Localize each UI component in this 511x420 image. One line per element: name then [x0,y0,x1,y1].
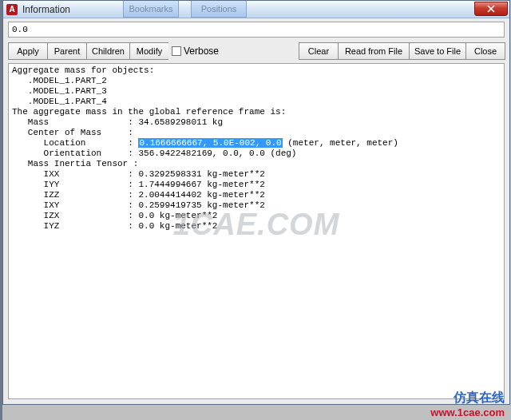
footer-brand-cn: 仿真在线 [430,390,505,406]
toolbar: Apply Parent Children Modify Verbose Cle… [3,39,509,63]
iyy-value: 1.7444994667 kg-meter**2 [138,180,264,189]
ixy-value: 0.2599419735 kg-meter**2 [138,200,264,210]
line-obj1: .MODEL_1.PART_2 [12,76,107,85]
info-textarea[interactable]: Aggregate mass for objects: .MODEL_1.PAR… [8,63,505,399]
line-obj2: .MODEL_1.PART_3 [12,86,107,96]
izx-label: IZX : [12,211,138,220]
background-tab-2[interactable]: Positions [191,1,247,18]
app-icon: A [6,4,18,15]
ixx-label: IXX : [12,169,138,179]
titlebar[interactable]: A Information Bookmarks Positions [3,1,509,18]
modify-button[interactable]: Modify [129,42,169,60]
toolbar-spacer [224,42,299,60]
verbose-toggle[interactable]: Verbose [168,42,224,60]
close-icon [487,5,495,13]
iyy-label: IYY : [12,180,138,189]
location-label: Location : [12,138,138,148]
line-frame-header: The aggregate mass in the global referen… [12,107,286,117]
ixx-value: 0.3292598331 kg-meter**2 [138,169,264,179]
verbose-checkbox[interactable] [172,46,181,56]
apply-button[interactable]: Apply [8,42,48,60]
command-input-row [3,18,509,39]
parent-button[interactable]: Parent [47,42,87,60]
location-unit: (meter, meter, meter) [283,138,398,148]
mass-value: 34.6589298011 kg [138,117,223,127]
clear-button[interactable]: Clear [299,42,339,60]
mass-inertia-tensor-label: Mass Inertia Tensor : [12,159,138,168]
location-value-selected: 0.1666666667, 5.0E-002, 0.0 [138,138,282,148]
background-tab-1[interactable]: Bookmarks [123,1,179,18]
izx-value: 0.0 kg-meter**2 [138,211,217,220]
line-objects-header: Aggregate mass for objects: [12,65,154,75]
verbose-label: Verbose [184,46,219,57]
command-input[interactable] [8,22,505,38]
iyz-value: 0.0 kg-meter**2 [138,221,217,231]
iyz-label: IYZ : [12,221,138,231]
read-from-file-button[interactable]: Read from File [338,42,410,60]
orientation-label: Orientation : [12,149,138,158]
children-button[interactable]: Children [86,42,130,60]
window-title: Information [22,4,70,15]
line-obj3: .MODEL_1.PART_4 [12,97,107,106]
information-window: A Information Bookmarks Positions Apply … [2,0,510,405]
save-to-file-button[interactable]: Save to File [409,42,466,60]
izz-value: 2.0044414402 kg-meter**2 [138,190,264,200]
center-of-mass-label: Center of Mass : [12,128,133,137]
ixy-label: IXY : [12,200,138,210]
close-button[interactable]: Close [465,42,505,60]
orientation-value: 356.9422482169, 0.0, 0.0 (deg) [138,149,296,158]
page-watermark-footer: 仿真在线 www.1cae.com [430,390,505,418]
izz-label: IZZ : [12,190,138,200]
mass-label: Mass : [12,117,138,127]
window-close-button[interactable] [474,2,508,16]
footer-brand-url: www.1cae.com [430,406,505,418]
